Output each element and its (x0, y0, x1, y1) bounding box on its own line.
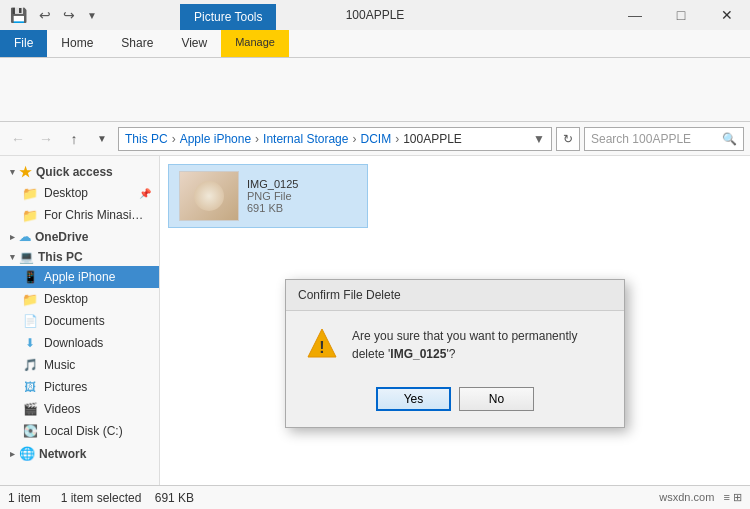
watermark: wsxdn.com (659, 491, 714, 503)
star-icon: ★ (19, 164, 32, 180)
maximize-button[interactable]: □ (658, 0, 704, 30)
sidebar-item-label: Apple iPhone (44, 270, 115, 284)
phone-icon: 📱 (22, 269, 38, 285)
dialog-overlay: Confirm File Delete ! Are you sure that … (160, 156, 750, 509)
redo-icon[interactable]: ↪ (59, 5, 79, 25)
status-item-count: 1 item (8, 491, 41, 505)
sidebar-item-label: Documents (44, 314, 105, 328)
sidebar-item-desktop[interactable]: 📁 Desktop 📌 (0, 182, 159, 204)
tab-share[interactable]: Share (107, 30, 167, 57)
refresh-button[interactable]: ↻ (556, 127, 580, 151)
videos-icon: 🎬 (22, 401, 38, 417)
svg-text:!: ! (319, 339, 324, 356)
message-filename: IMG_0125 (390, 347, 446, 361)
documents-icon: 📄 (22, 313, 38, 329)
dialog-title: Confirm File Delete (286, 280, 624, 311)
sidebar-header-this-pc: ▾ 💻 This PC (0, 246, 159, 266)
breadcrumb-iphone[interactable]: Apple iPhone (180, 132, 251, 146)
breadcrumb-pc[interactable]: This PC (125, 132, 168, 146)
dialog-buttons: Yes No (286, 379, 624, 427)
minimize-button[interactable]: — (612, 0, 658, 30)
forward-button[interactable]: → (34, 127, 58, 151)
sidebar-item-label: Videos (44, 402, 80, 416)
breadcrumb-current: 100APPLE (403, 132, 462, 146)
yes-button[interactable]: Yes (376, 387, 451, 411)
status-selected: 1 item selected 691 KB (61, 491, 194, 505)
sidebar: ▾ ★ Quick access 📁 Desktop 📌 📁 For Chris… (0, 156, 160, 509)
recent-button[interactable]: ▼ (90, 127, 114, 151)
pictures-icon: 🖼 (22, 379, 38, 395)
breadcrumb-storage[interactable]: Internal Storage (263, 132, 348, 146)
ribbon-body (0, 58, 750, 121)
sidebar-item-chris[interactable]: 📁 For Chris Minasi… (0, 204, 159, 226)
breadcrumb-dcim[interactable]: DCIM (360, 132, 391, 146)
undo-icon[interactable]: ↩ (35, 5, 55, 25)
downloads-icon: ⬇ (22, 335, 38, 351)
cloud-icon: ☁ (19, 230, 31, 244)
folder-icon: 📁 (22, 185, 38, 201)
ribbon-tabs: File Home Share View Manage (0, 30, 750, 58)
sidebar-item-desktop2[interactable]: 📁 Desktop (0, 288, 159, 310)
status-bar: 1 item 1 item selected 691 KB wsxdn.com … (0, 485, 750, 509)
drive-icon: 💽 (22, 423, 38, 439)
message-prefix: Are you sure that you want to permanentl… (352, 329, 577, 361)
tab-home[interactable]: Home (47, 30, 107, 57)
status-right: wsxdn.com ≡ ⊞ (659, 491, 742, 504)
sidebar-header-quick-access: ▾ ★ Quick access (0, 160, 159, 182)
no-button[interactable]: No (459, 387, 534, 411)
warning-icon: ! (306, 327, 338, 359)
network-label: Network (39, 447, 86, 461)
dropdown-icon[interactable]: ▼ (83, 8, 101, 23)
address-bar[interactable]: This PC › Apple iPhone › Internal Storag… (118, 127, 552, 151)
music-icon: 🎵 (22, 357, 38, 373)
sidebar-item-label: Downloads (44, 336, 103, 350)
tab-view[interactable]: View (167, 30, 221, 57)
view-toggle-list[interactable]: ≡ (724, 491, 730, 503)
tab-manage[interactable]: Manage (221, 30, 289, 57)
sidebar-header-network: ▸ 🌐 Network (0, 442, 159, 463)
tab-file[interactable]: File (0, 30, 47, 57)
sidebar-item-downloads[interactable]: ⬇ Downloads (0, 332, 159, 354)
up-button[interactable]: ↑ (62, 127, 86, 151)
dialog-message: Are you sure that you want to permanentl… (352, 327, 604, 363)
title-bar: 💾 ↩ ↪ ▼ Picture Tools 100APPLE — □ ✕ (0, 0, 750, 30)
sidebar-item-label: Desktop (44, 186, 88, 200)
close-button[interactable]: ✕ (704, 0, 750, 30)
message-suffix: '? (446, 347, 455, 361)
content-area: IMG_0125 PNG File 691 KB Confirm File De… (160, 156, 750, 509)
sidebar-item-label: Pictures (44, 380, 87, 394)
main-area: ▾ ★ Quick access 📁 Desktop 📌 📁 For Chris… (0, 156, 750, 509)
dialog-body: ! Are you sure that you want to permanen… (286, 311, 624, 379)
sidebar-item-documents[interactable]: 📄 Documents (0, 310, 159, 332)
nav-bar: ← → ↑ ▼ This PC › Apple iPhone › Interna… (0, 122, 750, 156)
sidebar-item-label: Local Disk (C:) (44, 424, 123, 438)
sidebar-item-label: Music (44, 358, 75, 372)
view-toggle-grid[interactable]: ⊞ (733, 491, 742, 503)
sidebar-item-label: For Chris Minasi… (44, 208, 143, 222)
sidebar-item-apple-iphone[interactable]: 📱 Apple iPhone (0, 266, 159, 288)
sidebar-item-pictures[interactable]: 🖼 Pictures (0, 376, 159, 398)
sidebar-header-onedrive: ▸ ☁ OneDrive (0, 226, 159, 246)
save-icon[interactable]: 💾 (6, 5, 31, 25)
ribbon: File Home Share View Manage (0, 30, 750, 122)
sidebar-item-local-disk[interactable]: 💽 Local Disk (C:) (0, 420, 159, 442)
pc-icon: 💻 (19, 250, 34, 264)
quick-access-toolbar: 💾 ↩ ↪ ▼ (0, 5, 101, 25)
this-pc-label: This PC (38, 250, 83, 264)
sidebar-item-videos[interactable]: 🎬 Videos (0, 398, 159, 420)
search-bar[interactable]: Search 100APPLE 🔍 (584, 127, 744, 151)
pin-icon: 📌 (139, 188, 151, 199)
back-button[interactable]: ← (6, 127, 30, 151)
confirm-delete-dialog: Confirm File Delete ! Are you sure that … (285, 279, 625, 428)
search-placeholder: Search 100APPLE (591, 132, 718, 146)
network-icon: 🌐 (19, 446, 35, 461)
picture-tools-badge: Picture Tools (180, 4, 276, 30)
folder-icon: 📁 (22, 291, 38, 307)
sidebar-item-music[interactable]: 🎵 Music (0, 354, 159, 376)
search-icon[interactable]: 🔍 (722, 132, 737, 146)
folder-icon: 📁 (22, 207, 38, 223)
quick-access-label: Quick access (36, 165, 113, 179)
onedrive-label: OneDrive (35, 230, 88, 244)
sidebar-item-label: Desktop (44, 292, 88, 306)
window-controls: — □ ✕ (612, 0, 750, 30)
